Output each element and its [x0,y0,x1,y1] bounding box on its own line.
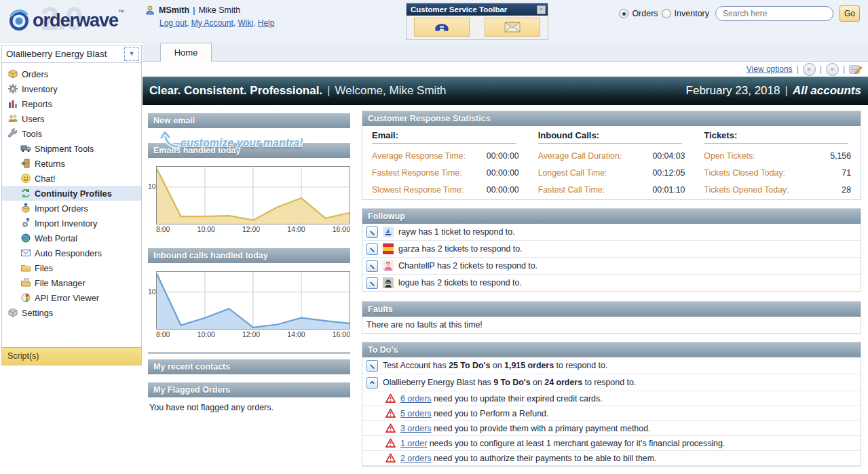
x-tick-label: 16:00 [333,225,350,233]
sidebar-item-auto-responders[interactable]: Auto Responders [2,245,141,260]
stat-value: 00:00:00 [487,185,519,195]
calls-chart-header[interactable]: Inbound calls handled today [148,248,350,263]
top-search-area: Orders Inventory Go [619,5,860,22]
orders-link[interactable]: 2 orders [400,454,431,463]
faults-text: There are no faults at this time! [362,317,861,333]
scripts-bar[interactable]: Script(s) [2,347,141,365]
sidebar-item-settings[interactable]: Settings [2,305,141,320]
new-email-header[interactable]: New email [148,113,350,128]
logo-swirl-icon [7,8,31,33]
sidebar-item-inventory[interactable]: Inventory [2,81,141,96]
stat-column: Email:Average Response Time:00:00:00Fast… [362,130,529,198]
edit-notepad-icon[interactable] [849,64,863,75]
divider: | [820,64,822,74]
prev-page-button[interactable]: « [803,63,816,76]
user-link[interactable]: My Account [191,18,233,28]
x-tick-label: 12:00 [242,330,260,338]
followup-text: garza has 2 tickets to respond to. [398,244,523,254]
x-tick-label: 8:00 [156,225,170,233]
chevron-down-icon[interactable]: ▼ [124,47,139,61]
chevron-down-toggle[interactable] [366,226,378,238]
stat-value: 00:00:00 [487,168,519,178]
sidebar-item-import-orders[interactable]: Import Orders [2,201,141,216]
stat-column-title: Tickets: [704,130,848,144]
warning-icon [385,393,396,403]
close-icon[interactable]: × [537,5,546,14]
chart-plot-area [156,166,350,224]
sidebar-item-chat[interactable]: Chat! [2,171,141,186]
stat-value: 00:01:10 [652,185,685,195]
sidebar-item-tools[interactable]: Tools [2,126,141,141]
sidebar-item-web-portal[interactable]: Web Portal [2,231,141,245]
sidebar-item-shipment-tools[interactable]: Shipment Tools [2,141,141,156]
next-page-button[interactable]: » [826,63,839,76]
sidebar-item-orders[interactable]: Orders [2,66,141,81]
email-button[interactable] [485,18,540,37]
orders-radio-group: Orders Inventory [619,9,709,18]
view-options-link[interactable]: View options [747,64,793,74]
divider: | [797,64,799,74]
warning-icon [385,453,396,463]
sidebar-item-api-error-viewer[interactable]: API Error Viewer [2,290,141,305]
user-links: Log out, My Account, Wiki, Help [159,18,274,28]
phone-button[interactable] [414,18,470,37]
divider: | [327,84,330,97]
sidebar-item-file-manager[interactable]: File Manager [2,275,141,290]
followup-row: rayw has 1 ticket to respond to. [362,224,861,241]
orders-radio-label: Orders [632,9,658,18]
sidebar-item-import-inventory[interactable]: Import Inventory [2,216,141,231]
sidebar-item-users[interactable]: Users [2,111,141,126]
orders-link[interactable]: 1 order [400,439,427,448]
go-button[interactable]: Go [839,5,860,22]
todo-item-text: 2 orders need you to authorize their pay… [400,454,656,463]
chevron-down-toggle[interactable] [366,360,378,372]
stat-column-title: Email: [372,130,516,144]
recycle-icon [20,188,31,199]
avatar [383,226,394,237]
avatar [383,243,394,254]
todo-item-text: 6 orders need you to update their expire… [400,394,603,403]
calls-chart: 108:0010:0012:0014:0016:00 [148,271,350,338]
followup-header[interactable]: Followup [362,209,861,224]
chevron-down-toggle[interactable] [366,260,378,272]
chevron-down-toggle[interactable] [366,243,378,255]
stat-row: Open Tickets:5,156 [704,147,851,164]
emails-chart-header[interactable]: Emails handled today [148,143,350,158]
user-link[interactable]: Wiki [238,18,253,28]
user-link[interactable]: Help [258,18,275,28]
inventory-radio[interactable] [662,9,671,18]
sidebar-item-label: Inventory [22,84,58,94]
boxup-icon [20,203,31,214]
stat-label: Tickets Opened Today: [704,185,789,195]
followup-row: garza has 2 tickets to respond to. [362,241,861,258]
followup-text: logue has 2 tickets to respond to. [398,278,522,288]
sidebar-item-label: Chat! [35,174,56,184]
sidebar-item-continuity-profiles[interactable]: Continuity Profiles [2,186,141,201]
orders-link[interactable]: 6 orders [400,394,431,403]
stats-header[interactable]: Customer Response Statistics [362,111,861,126]
flagged-orders-header[interactable]: My Flagged Orders [148,382,350,397]
followup-row: ChantellP has 2 tickets to respond to. [362,258,861,275]
tab-home[interactable]: Home [160,43,212,62]
divider [148,352,350,354]
chevron-up-toggle[interactable] [366,377,378,389]
chevron-down-toggle[interactable] [366,277,378,289]
sidebar-item-reports[interactable]: Reports [2,96,141,111]
orders-link[interactable]: 5 orders [400,409,431,418]
account-selector[interactable]: Olallieberry Energy Blast ▼ [2,45,141,63]
orders-radio[interactable] [619,9,628,18]
user-link[interactable]: Log out [159,18,187,28]
sidebar-item-returns[interactable]: Returns [2,156,141,171]
banner-date: February 23, 2018 [686,84,780,97]
settingsbox-icon [7,307,18,318]
faults-header[interactable]: Faults [362,302,861,317]
search-input[interactable] [715,6,833,21]
sidebar-item-files[interactable]: Files [2,260,141,275]
orders-link[interactable]: 3 orders [400,424,431,433]
todo-item-row: 2 orders need you to authorize their pay… [362,451,861,466]
stat-label: Tickets Closed Today: [704,168,785,178]
recent-contacts-header[interactable]: My recent contacts [148,359,350,374]
envelope-icon [504,22,521,33]
todos-header[interactable]: To Do's [362,342,861,357]
smiley-icon [20,173,31,184]
